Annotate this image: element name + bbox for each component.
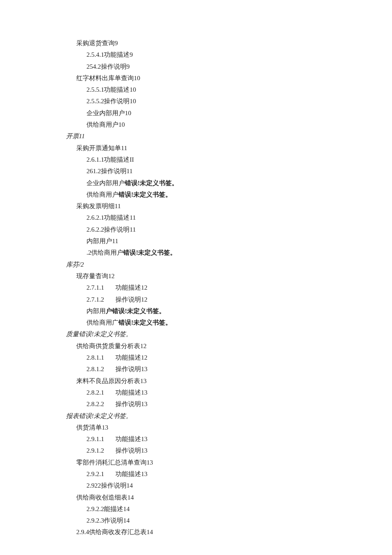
toc-entry: 采购退货查询9 bbox=[66, 38, 392, 49]
toc-entry: 2.9.2.2能描述14 bbox=[66, 503, 392, 515]
toc-number: 2.9.1.2 bbox=[86, 445, 115, 456]
toc-title: 红字材料出库单查询10 bbox=[76, 75, 140, 81]
toc-title: 2.5.4.1功能描述9 bbox=[86, 51, 133, 58]
toc-title: 2.922操作说明14 bbox=[86, 482, 133, 489]
toc-entry: 2.5.5.2操作说明10 bbox=[66, 96, 392, 107]
toc-title: 2.6.2.1功能描述11 bbox=[86, 214, 136, 221]
toc-title: 供给商供货质量分析表12 bbox=[76, 343, 147, 349]
toc-title: 企业内部用户10 bbox=[86, 110, 131, 116]
toc-entry: 2.8.1.1功能描述12 bbox=[66, 352, 392, 363]
toc-title: 功能描述13 bbox=[115, 471, 147, 477]
toc-title: 操作说明13 bbox=[115, 401, 147, 407]
toc-entry: 库芬/2 bbox=[66, 259, 392, 270]
toc-title: 开票11 bbox=[66, 133, 85, 139]
toc-title: 采购发票明细11 bbox=[76, 203, 121, 209]
toc-title: 质量错误!未定义书签。 bbox=[66, 331, 132, 337]
toc-entry: 254.2操作说明9 bbox=[66, 61, 392, 73]
toc-number: 2.8.1.1 bbox=[86, 352, 115, 363]
toc-entry: 2.7.1.1功能描述12 bbox=[66, 282, 392, 293]
toc-entry: 供给商供货质量分析表12 bbox=[66, 340, 392, 352]
toc-entry: 2.6.1.1功能描述II bbox=[66, 154, 392, 166]
toc-entry: 质量错误!未定义书签。 bbox=[66, 328, 392, 340]
toc-error-bookmark: 错误!未定义书签。 bbox=[123, 249, 176, 256]
toc-entry: 供货清单13 bbox=[66, 422, 392, 433]
toc-entry: 2.9.2.3作说明14 bbox=[66, 515, 392, 526]
toc-entry: 供给商用户10 bbox=[66, 119, 392, 131]
toc-entry: 开票11 bbox=[66, 131, 392, 142]
toc-title: 供货清单13 bbox=[76, 424, 108, 431]
toc-entry: 现存量杳询12 bbox=[66, 270, 392, 282]
toc-title: 作说明14 bbox=[104, 517, 130, 524]
toc-title: 供给商用户 bbox=[86, 191, 118, 198]
toc-entry: 采购开票通知单11 bbox=[66, 142, 392, 154]
toc-error-bookmark: 错误!未定义书签。 bbox=[118, 319, 172, 326]
toc-entry: 报表错误!未定义书签。 bbox=[66, 410, 392, 422]
toc-entry: 2.9.1.2操作说明13 bbox=[66, 445, 392, 456]
toc-title: 2.5.5.1功能描述10 bbox=[86, 86, 136, 93]
toc-title: 254.2操作说明9 bbox=[86, 63, 130, 70]
toc-number: 2.9.2.1 bbox=[86, 468, 115, 480]
toc-title: 功能描述13 bbox=[115, 436, 147, 442]
toc-entry: 2.9.2.1功能描述13 bbox=[66, 468, 392, 480]
toc-entry: 2.9.1.1功能描述13 bbox=[66, 433, 392, 445]
toc-page: 采购退货查询92.5.4.1功能描述9254.2操作说明9红字材料出库单查询10… bbox=[0, 0, 392, 555]
toc-entry: .2供给商用户错误!未定义书签。 bbox=[66, 247, 392, 259]
toc-title: 库芬/2 bbox=[66, 261, 84, 268]
toc-entry: 来料不良品原因分析表13 bbox=[66, 375, 392, 387]
toc-entry: 2.8.2.2操作说明13 bbox=[66, 398, 392, 410]
toc-title: 2.6.1.1功能描述II bbox=[86, 156, 134, 163]
toc-entry: 供给商用户错误!未定义书签。 bbox=[66, 189, 392, 200]
toc-title: 2.9.4供给商收发存汇总表14 bbox=[76, 529, 153, 535]
toc-title: 零部件消耗汇总清单查询13 bbox=[76, 459, 153, 466]
toc-entry: 采购发票明细11 bbox=[66, 200, 392, 212]
toc-entry: 零部件消耗汇总清单查询13 bbox=[66, 457, 392, 468]
toc-title: 来料不良品原因分析表13 bbox=[76, 378, 147, 384]
toc-title: 企业内部用户 bbox=[86, 180, 125, 186]
toc-entry: 企业内部用户错误!未定义书签。 bbox=[66, 177, 392, 189]
toc-number: 2.7.1.1 bbox=[86, 282, 115, 293]
toc-entry: 2.6.2.2操作说明11 bbox=[66, 224, 392, 235]
toc-entry: 2.5.4.1功能描述9 bbox=[66, 49, 392, 61]
toc-title: .2供给商用户 bbox=[86, 249, 123, 256]
toc-error-bookmark: 户错误!未定义书签。 bbox=[106, 308, 165, 314]
toc-title: 内部用 bbox=[86, 308, 106, 314]
toc-number: 2.7.1.2 bbox=[86, 294, 115, 305]
toc-entry: 2.8.1.2操作说明13 bbox=[66, 363, 392, 375]
toc-entry: 供给商用广错误!未定义书签。 bbox=[66, 317, 392, 328]
toc-error-bookmark: 错误!未定义书签。 bbox=[125, 180, 178, 186]
toc-entry: 2.6.2.1功能描述11 bbox=[66, 212, 392, 224]
toc-entry: 261.2操作说明11 bbox=[66, 166, 392, 177]
toc-title: 操作说明13 bbox=[115, 447, 147, 454]
toc-entry: 2.922操作说明14 bbox=[66, 480, 392, 491]
toc-number: 2.9.2.3 bbox=[86, 517, 104, 524]
toc-title: 2.5.5.2操作说明10 bbox=[86, 98, 136, 105]
toc-title: 功能描述12 bbox=[115, 284, 147, 291]
toc-entry: 内部用户11 bbox=[66, 235, 392, 247]
toc-number: 2.8.2.2 bbox=[86, 398, 115, 410]
toc-title: 采购退货查询9 bbox=[76, 40, 118, 46]
toc-title: 功能描述12 bbox=[115, 354, 147, 361]
toc-title: 内部用户11 bbox=[86, 238, 118, 244]
toc-title: 能描述14 bbox=[104, 506, 130, 512]
toc-entry: 供给商收创造细表14 bbox=[66, 492, 392, 503]
toc-entry: 2.7.1.2操作说明12 bbox=[66, 294, 392, 305]
toc-entry: 2.5.5.1功能描述10 bbox=[66, 84, 392, 96]
toc-entry: 企业内部用户10 bbox=[66, 108, 392, 119]
toc-title: 现存量杳询12 bbox=[76, 273, 115, 279]
toc-number: 2.9.2.2 bbox=[86, 506, 104, 512]
toc-title: 采购开票通知单11 bbox=[76, 145, 127, 151]
toc-number: 2.9.1.1 bbox=[86, 433, 115, 445]
toc-title: 报表错误!未定义书签。 bbox=[66, 413, 132, 419]
toc-title: 261.2操作说明11 bbox=[86, 168, 133, 174]
toc-entry: 红字材料出库单查询10 bbox=[66, 73, 392, 84]
toc-entry: 内部用户错误!未定义书签。 bbox=[66, 305, 392, 317]
toc-title: 功能描述13 bbox=[115, 389, 147, 396]
toc-title: 供给商用广 bbox=[86, 319, 118, 326]
toc-title: 供给商用户10 bbox=[86, 121, 125, 128]
toc-entry: 2.9.4供给商收发存汇总表14 bbox=[66, 526, 392, 538]
toc-number: 2.8.1.2 bbox=[86, 363, 115, 375]
toc-title: 操作说明12 bbox=[115, 296, 147, 303]
toc-entry: 2.8.2.1功能描述13 bbox=[66, 387, 392, 398]
toc-error-bookmark: 错误!未定义书签。 bbox=[118, 191, 172, 198]
toc-number: 2.8.2.1 bbox=[86, 387, 115, 398]
